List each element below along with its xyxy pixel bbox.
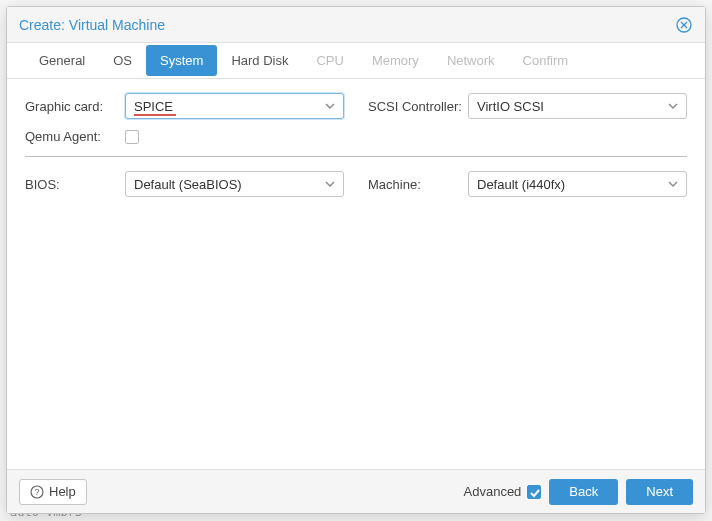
form-row-1: Graphic card: SPICE SCSI Controller: Vir… [25,93,687,119]
field-graphic-card: Graphic card: SPICE [25,93,344,119]
chevron-down-icon [325,101,335,111]
form-row-3: BIOS: Default (SeaBIOS) Machine: Default… [25,171,687,197]
advanced-checkbox[interactable] [527,485,541,499]
help-label: Help [49,484,76,499]
scsi-controller-value: VirtIO SCSI [477,99,668,114]
graphic-card-label: Graphic card: [25,99,125,114]
tab-bar: General OS System Hard Disk CPU Memory N… [7,43,705,79]
machine-combo[interactable]: Default (i440fx) [468,171,687,197]
bios-combo[interactable]: Default (SeaBIOS) [125,171,344,197]
footer: ? Help Advanced Back Next [7,469,705,513]
tab-confirm: Confirm [509,45,583,76]
next-button[interactable]: Next [626,479,693,505]
tab-cpu: CPU [302,45,357,76]
machine-value: Default (i440fx) [477,177,668,192]
advanced-toggle[interactable]: Advanced [464,484,542,499]
check-icon [528,486,542,500]
tab-general[interactable]: General [25,45,99,76]
scsi-controller-label: SCSI Controller: [368,99,468,114]
svg-text:?: ? [34,487,39,497]
advanced-label: Advanced [464,484,522,499]
help-icon: ? [30,485,44,499]
chevron-down-icon [325,179,335,189]
qemu-agent-checkbox[interactable] [125,130,139,144]
tab-system[interactable]: System [146,45,217,76]
qemu-agent-label: Qemu Agent: [25,129,125,144]
highlight-underline [134,114,176,116]
modal-window: Create: Virtual Machine General OS Syste… [6,6,706,514]
bios-label: BIOS: [25,177,125,192]
help-button[interactable]: ? Help [19,479,87,505]
scsi-controller-combo[interactable]: VirtIO SCSI [468,93,687,119]
bios-value: Default (SeaBIOS) [134,177,325,192]
field-scsi-controller: SCSI Controller: VirtIO SCSI [368,93,687,119]
field-qemu-agent: Qemu Agent: [25,129,344,144]
graphic-card-value: SPICE [134,99,325,114]
graphic-card-combo[interactable]: SPICE [125,93,344,119]
field-spacer [368,129,687,144]
machine-label: Machine: [368,177,468,192]
field-bios: BIOS: Default (SeaBIOS) [25,171,344,197]
chevron-down-icon [668,101,678,111]
section-divider [25,156,687,157]
back-button[interactable]: Back [549,479,618,505]
tab-hard-disk[interactable]: Hard Disk [217,45,302,76]
close-icon [676,17,692,33]
form-body: Graphic card: SPICE SCSI Controller: Vir… [7,79,705,469]
chevron-down-icon [668,179,678,189]
tab-network: Network [433,45,509,76]
form-row-2: Qemu Agent: [25,129,687,144]
titlebar: Create: Virtual Machine [7,7,705,43]
close-button[interactable] [675,16,693,34]
window-title: Create: Virtual Machine [19,17,675,33]
field-machine: Machine: Default (i440fx) [368,171,687,197]
tab-os[interactable]: OS [99,45,146,76]
tab-memory: Memory [358,45,433,76]
